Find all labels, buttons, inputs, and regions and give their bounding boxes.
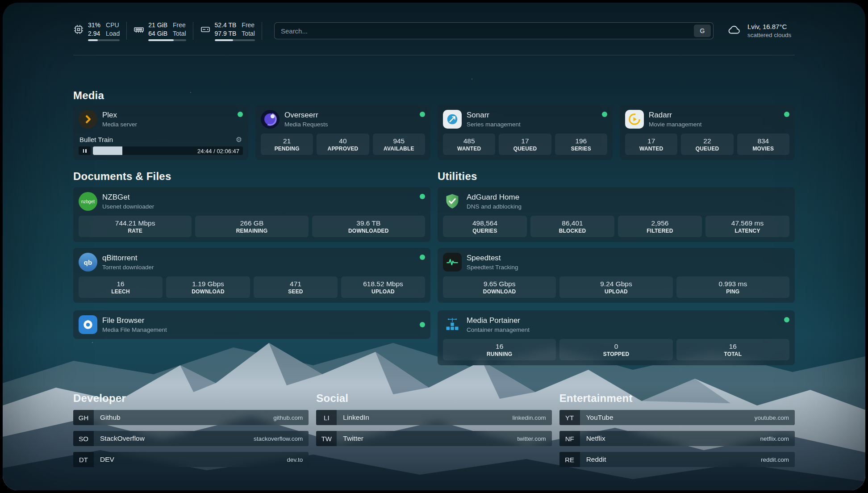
section-title-media: Media (73, 89, 795, 102)
divider (126, 22, 127, 40)
bookmark-name[interactable]: LinkedIn (343, 414, 369, 422)
stat-leech: 16 LEECH (79, 276, 163, 298)
service-card-adguard[interactable]: AdGuard Home DNS and adblocking 498,564 … (438, 187, 795, 242)
stat-label: LEECH (79, 288, 162, 295)
service-card-qbittorrent[interactable]: qb qBittorrent Torrent downloader 16 LEE… (73, 248, 430, 303)
bookmark-name[interactable]: Github (100, 414, 121, 422)
disk-bar-track (215, 39, 255, 41)
stat-value: 618.52 Mbps (342, 280, 424, 288)
stat-label: TOTAL (677, 351, 789, 357)
bookmark-reddit[interactable]: RE Reddit reddit.com (559, 452, 795, 467)
stat-value: 40 (317, 137, 368, 145)
stat-label: BLOCKED (531, 228, 613, 234)
stat-value: 9.24 Gbps (560, 280, 672, 288)
service-name[interactable]: NZBGet (102, 192, 415, 202)
stat-label: WANTED (444, 146, 494, 152)
memory-bar-track (148, 39, 186, 41)
service-card-portainer[interactable]: Media Portainer Container management 16 … (438, 310, 795, 365)
bookmark-name[interactable]: Netflix (586, 435, 605, 443)
bookmark-url: stackoverflow.com (254, 435, 303, 442)
gear-icon[interactable]: ⚙ (236, 136, 242, 143)
disk-total: 97.9 TB (215, 29, 237, 38)
bookmark-abbr: RE (559, 452, 580, 467)
bookmark-name[interactable]: YouTube (586, 414, 613, 422)
disk-icon (200, 24, 211, 35)
stat-value: 0 (560, 342, 672, 351)
weather-location: Lviv, 16.87°C (747, 22, 791, 31)
stat-label: DOWNLOAD (444, 288, 555, 295)
service-name[interactable]: qBittorrent (102, 253, 415, 263)
stat-latency: 47.569 ms LATENCY (705, 216, 789, 237)
service-card-overseerr[interactable]: Overseerr Media Requests 21 PENDING 40 A… (255, 105, 430, 160)
section-title-utilities: Utilities (438, 170, 795, 183)
bookmark-stackoverflow[interactable]: SO StackOverflow stackoverflow.com (73, 431, 309, 446)
stat-value: 17 (626, 137, 676, 145)
stat-wanted: 17 WANTED (625, 134, 677, 155)
stat-label: DOWNLOADED (313, 228, 424, 234)
bookmark-youtube[interactable]: YT YouTube youtube.com (559, 410, 795, 425)
section-title-developer: Developer (73, 392, 309, 405)
bookmark-url: youtube.com (755, 414, 789, 421)
service-name[interactable]: File Browser (102, 316, 415, 325)
stat-stopped: 0 STOPPED (559, 339, 672, 360)
service-card-radarr[interactable]: Radarr Movie management 17 WANTED 22 QUE… (620, 105, 795, 160)
stat-value: 17 (500, 137, 550, 145)
disk-bar-fill (215, 39, 234, 41)
bookmark-name[interactable]: StackOverflow (100, 435, 145, 443)
playback-row: 24:44 / 02:06:47 (79, 146, 243, 155)
service-name[interactable]: Speedtest (467, 253, 789, 263)
media-card-row: Plex Media server Bullet Train ⚙ 24:44 /… (73, 105, 795, 160)
service-card-speedtest[interactable]: Speedtest Speedtest Tracking 9.65 Gbps D… (438, 248, 795, 303)
memory-bar-fill (148, 39, 174, 41)
service-card-filebrowser[interactable]: File Browser Media File Management (73, 310, 430, 339)
service-card-sonarr[interactable]: Sonarr Series management 485 WANTED 17 Q… (438, 105, 613, 160)
bookmark-name[interactable]: Twitter (343, 435, 363, 443)
service-card-nzbget[interactable]: nzbget NZBGet Usenet downloader 744.21 M… (73, 187, 430, 242)
bookmark-group-entertainment: Entertainment YT YouTube youtube.com NF … (559, 392, 795, 467)
bookmark-linkedin[interactable]: LI LinkedIn linkedin.com (316, 410, 551, 425)
stat-label: REMAINING (196, 228, 307, 234)
service-name[interactable]: Radarr (649, 110, 779, 120)
search-provider-button[interactable]: G (694, 25, 711, 37)
cpu-bar-track (88, 39, 120, 41)
service-description: Media File Management (102, 326, 415, 334)
status-dot (784, 112, 789, 117)
bookmark-dev[interactable]: DT DEV dev.to (73, 452, 309, 467)
filebrowser-icon (79, 315, 97, 334)
service-name[interactable]: Plex (102, 110, 233, 120)
service-description: Movie management (649, 121, 779, 128)
stat-blocked: 86,401 BLOCKED (530, 216, 614, 237)
service-name[interactable]: Media Portainer (467, 316, 779, 325)
cpu-percent: 31% (88, 21, 100, 29)
cpu-label-bottom: Load (106, 29, 120, 38)
disk-label-bottom: Total (242, 29, 255, 38)
plex-icon (79, 110, 97, 129)
service-name[interactable]: Sonarr (467, 110, 597, 120)
stat-label: AVAILABLE (374, 146, 424, 152)
stat-seed: 471 SEED (254, 276, 338, 298)
bookmark-netflix[interactable]: NF Netflix netflix.com (559, 431, 795, 446)
stat-label: PING (677, 288, 789, 295)
stat-total: 16 TOTAL (676, 339, 789, 360)
search-input[interactable] (281, 27, 694, 35)
stat-value: 1.19 Gbps (167, 280, 249, 288)
status-dot (420, 112, 425, 117)
stat-value: 21 (262, 137, 312, 145)
service-name[interactable]: AdGuard Home (467, 192, 789, 202)
service-card-plex[interactable]: Plex Media server Bullet Train ⚙ 24:44 /… (73, 105, 248, 160)
stat-label: RUNNING (444, 351, 555, 357)
bookmark-name[interactable]: DEV (100, 455, 114, 464)
disk-label-top: Free (242, 21, 255, 29)
service-name[interactable]: Overseerr (284, 110, 415, 120)
memory-total: 64 GiB (148, 29, 167, 38)
stats-row: 16 RUNNING 0 STOPPED 16 TOTAL (443, 339, 789, 360)
card-header: Radarr Movie management (625, 110, 789, 129)
bookmark-twitter[interactable]: TW Twitter twitter.com (316, 431, 551, 446)
now-playing-title: Bullet Train (79, 136, 113, 143)
status-dot (420, 322, 425, 327)
stat-label: APPROVED (317, 146, 368, 152)
bookmark-name[interactable]: Reddit (586, 455, 606, 464)
now-playing-row: Bullet Train ⚙ (79, 135, 243, 143)
bookmark-github[interactable]: GH Github github.com (73, 410, 309, 425)
bookmark-abbr: GH (73, 410, 94, 425)
